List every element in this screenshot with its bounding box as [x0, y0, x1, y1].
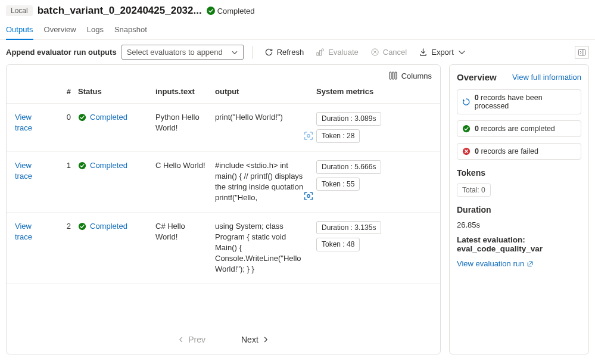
col-status: Status: [74, 86, 152, 97]
latest-evaluation-title: Latest evaluation: eval_code_quality_var: [457, 235, 581, 253]
refresh-icon: [264, 48, 273, 57]
tokens-total: Total: 0: [457, 183, 491, 197]
cancel-button: Cancel: [367, 45, 410, 59]
svg-rect-6: [390, 72, 391, 79]
overview-panel: Overview View full information 0 records…: [449, 64, 589, 354]
evaluate-label: Evaluate: [328, 48, 359, 57]
svg-rect-7: [392, 72, 394, 79]
table-header: # Status inputs.text output System metri…: [7, 84, 440, 104]
check-circle-icon: [78, 161, 86, 170]
completed-info: 0 records are completed: [457, 120, 581, 137]
scan-icon: [303, 191, 314, 201]
cancel-label: Cancel: [383, 48, 407, 57]
row-status-label: Completed: [90, 160, 127, 171]
row-inputs: Python Hello World!: [152, 112, 211, 143]
row-inputs: C# Hello World!: [152, 221, 211, 275]
chevron-left-icon: [177, 336, 185, 343]
cancel-icon: [370, 48, 379, 57]
expand-output-button[interactable]: [303, 191, 314, 204]
row-sysmetrics: Duration : 3.135s Token : 48: [313, 221, 414, 275]
select-evaluators-placeholder: Select evaluators to append: [127, 48, 223, 57]
expand-output-button[interactable]: [303, 130, 314, 144]
col-inputs: inputs.text: [152, 86, 211, 97]
collapse-panel-button[interactable]: [575, 46, 589, 59]
svg-rect-8: [395, 72, 397, 79]
tab-overview[interactable]: Overview: [44, 21, 76, 39]
token-pill: Token : 28: [316, 129, 360, 143]
toolbar: Append evaluator run outputs Select eval…: [0, 40, 595, 64]
evaluate-icon: [316, 48, 325, 57]
svg-point-3: [322, 49, 324, 51]
row-sysmetrics: Duration : 5.666s Token : 55: [313, 160, 414, 204]
view-trace-link[interactable]: View trace: [15, 222, 32, 241]
external-link-icon: [527, 260, 534, 267]
panel-collapse-icon: [578, 48, 586, 57]
col-output: output: [211, 86, 313, 97]
col-num: #: [53, 86, 74, 97]
separator: [252, 46, 253, 59]
duration-value: 26.85s: [457, 220, 581, 229]
prev-button: Prev: [177, 335, 205, 344]
duration-pill: Duration : 5.666s: [316, 160, 381, 174]
prev-label: Prev: [188, 335, 205, 344]
columns-icon: [388, 71, 398, 80]
row-index: 2: [53, 221, 74, 275]
tab-snapshot[interactable]: Snapshot: [114, 21, 147, 39]
row-status: Completed: [78, 112, 127, 123]
scan-icon: [303, 130, 314, 141]
row-status: Completed: [78, 221, 127, 232]
row-sysmetrics: Duration : 3.089s Token : 28: [313, 112, 414, 143]
row-output: #include <stdio.h> int main() { // print…: [211, 160, 313, 204]
columns-button[interactable]: Columns: [388, 71, 432, 80]
view-trace-link[interactable]: View trace: [15, 161, 32, 181]
view-trace-link[interactable]: View trace: [15, 113, 32, 132]
overview-title: Overview: [457, 72, 497, 82]
svg-point-10: [307, 134, 310, 137]
tabs: Outputs Overview Logs Snapshot: [0, 21, 595, 40]
select-evaluators-dropdown[interactable]: Select evaluators to append: [122, 45, 244, 60]
next-button[interactable]: Next: [241, 335, 269, 344]
check-circle-icon: [78, 113, 86, 122]
table-row: View trace 1 Completed C Hello World! #i…: [7, 152, 440, 213]
tokens-title: Tokens: [457, 168, 581, 178]
check-circle-icon: [78, 222, 86, 231]
page-title: batch_variant_0_20240425_2032...: [38, 5, 202, 17]
run-status-label: Completed: [217, 7, 255, 15]
pager: Prev Next: [7, 325, 440, 354]
row-status-label: Completed: [90, 112, 127, 123]
svg-rect-2: [320, 51, 322, 55]
refresh-button[interactable]: Refresh: [261, 45, 308, 59]
processed-info: 0 records have been processed: [457, 89, 581, 114]
processing-icon: [462, 98, 471, 106]
duration-pill: Duration : 3.135s: [316, 221, 381, 235]
export-label: Export: [431, 48, 454, 57]
col-sysmetrics: System metrics: [313, 86, 414, 97]
svg-point-14: [463, 125, 470, 132]
row-status: Completed: [78, 160, 127, 171]
row-index: 1: [53, 160, 74, 204]
duration-title: Duration: [457, 205, 581, 214]
header-bar: Local batch_variant_0_20240425_2032... C…: [0, 0, 595, 21]
row-index: 0: [53, 112, 74, 143]
table-row: View trace 0 Completed Python Hello Worl…: [7, 104, 440, 152]
run-status: Completed: [207, 7, 255, 15]
svg-point-9: [79, 114, 86, 121]
svg-point-11: [79, 162, 86, 169]
svg-rect-1: [317, 52, 319, 55]
tab-outputs[interactable]: Outputs: [6, 21, 33, 40]
export-button[interactable]: Export: [415, 45, 470, 59]
row-status-label: Completed: [90, 221, 127, 232]
tab-logs[interactable]: Logs: [87, 21, 104, 39]
duration-pill: Duration : 3.089s: [316, 112, 381, 126]
append-evaluator-label: Append evaluator run outputs: [6, 48, 117, 57]
row-output: using System; class Program { static voi…: [211, 221, 313, 275]
failed-info: 0 records are failed: [457, 143, 581, 160]
check-circle-icon: [207, 7, 215, 15]
view-evaluation-run-link[interactable]: View evaluation run: [457, 259, 581, 268]
columns-label: Columns: [401, 71, 432, 80]
error-circle-icon: [462, 147, 471, 155]
view-full-info-link[interactable]: View full information: [512, 73, 581, 82]
local-badge: Local: [6, 5, 33, 16]
table-row: View trace 2 Completed C# Hello World! u…: [7, 213, 440, 284]
token-pill: Token : 48: [316, 238, 360, 251]
